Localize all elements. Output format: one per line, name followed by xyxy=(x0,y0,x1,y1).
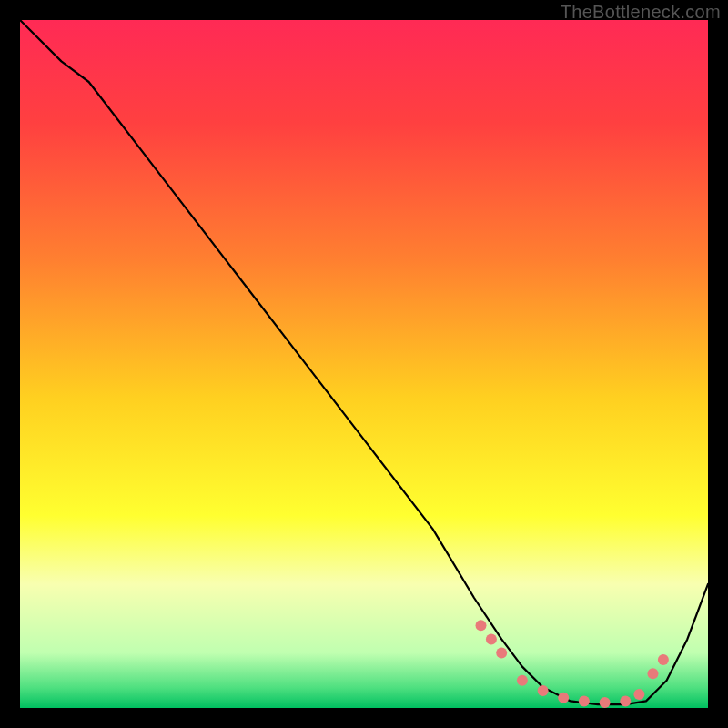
marker-dot xyxy=(486,633,497,644)
marker-dot xyxy=(620,695,631,706)
watermark-label: TheBottleneck.com xyxy=(561,2,721,23)
marker-dot xyxy=(538,685,549,696)
marker-dot xyxy=(600,697,611,708)
marker-dot xyxy=(648,668,659,679)
gradient-background xyxy=(20,20,708,708)
plot-svg xyxy=(20,20,708,708)
marker-dot xyxy=(579,695,590,706)
chart-frame: TheBottleneck.com xyxy=(0,0,728,728)
marker-dot xyxy=(633,689,644,700)
marker-dot xyxy=(496,648,507,659)
marker-dot xyxy=(476,620,487,631)
plot-area xyxy=(20,20,708,708)
marker-dot xyxy=(658,654,669,665)
marker-dot xyxy=(517,675,528,686)
marker-dot xyxy=(558,693,569,703)
